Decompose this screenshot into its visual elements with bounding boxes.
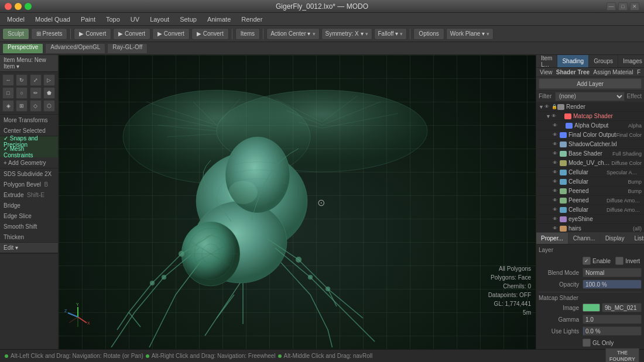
win-btn-2[interactable]: □ — [618, 2, 628, 11]
more-transforms[interactable]: More Transforms — [0, 115, 58, 125]
invert-checkbox[interactable] — [615, 257, 624, 265]
visibility-icon[interactable]: 👁 — [553, 123, 560, 128]
presets-button[interactable]: ⊞ Presets — [31, 28, 68, 40]
image-value[interactable]: 9b_MC_021 — [602, 303, 642, 312]
visibility-icon[interactable]: 👁 — [553, 198, 560, 203]
convert-btn-2[interactable]: ▶ Convert — [113, 28, 150, 40]
proper-tab[interactable]: Proper... — [536, 233, 568, 244]
sculpt-button[interactable]: Sculpt — [2, 28, 29, 40]
shading-tab[interactable]: Shading — [557, 55, 589, 67]
tool-v4[interactable]: ⬡ — [43, 100, 55, 112]
minimize-button[interactable] — [15, 3, 22, 10]
menu-item-model[interactable]: Model — [2, 15, 29, 24]
groups-tab[interactable]: Groups — [589, 55, 618, 67]
extrude[interactable]: Extrude Shift-E — [0, 189, 58, 200]
lists-tab[interactable]: Lists — [629, 233, 644, 244]
tool-scale[interactable]: ⤢ — [30, 74, 42, 86]
filter-select[interactable]: (none) — [555, 92, 625, 101]
menu-item-model-quad[interactable]: Model Quad — [30, 15, 75, 24]
images-tab[interactable]: Images — [618, 55, 644, 67]
visibility-icon[interactable]: 👁 — [553, 207, 560, 212]
tree-item-alpha[interactable]: 👁 Alpha Output Alpha — [536, 121, 644, 130]
tool-pen[interactable]: ✏ — [30, 87, 42, 99]
image-swatch[interactable] — [583, 304, 600, 312]
viewport[interactable]: All Polygons Polygons: Face Chernils: 0 … — [59, 55, 536, 349]
menu-item-topo[interactable]: Topo — [101, 15, 125, 24]
gamma-value[interactable]: 1.0 — [583, 315, 642, 324]
center-selected[interactable]: Center Selected — [0, 125, 58, 136]
enable-checkbox[interactable]: ✓ — [583, 257, 591, 265]
add-geometry[interactable]: + Add Geometry — [0, 157, 58, 168]
chann-tab[interactable]: Chann... — [568, 233, 601, 244]
navigation-gizmo[interactable]: X Y Z — [63, 302, 93, 332]
menu-item-render[interactable]: Render — [237, 15, 267, 24]
polygon-bevel[interactable]: Polygon Bevel B — [0, 179, 58, 189]
tree-item-cellular-2[interactable]: 👁 Cellular Bump — [536, 177, 644, 187]
convert-btn-3[interactable]: ▶ Convert — [152, 28, 190, 40]
edit-dropdown[interactable]: Edit ▾ — [0, 243, 58, 253]
tree-item-matcap[interactable]: ▼ 👁 Matcap Shader — [536, 112, 644, 121]
thicken[interactable]: Thicken — [0, 232, 58, 242]
visibility-icon[interactable]: 👁 — [553, 151, 560, 156]
tree-item-mode-uv[interactable]: 👁 Mode_UV_checker Diffuse Color — [536, 158, 644, 168]
advanced-opengl-tab[interactable]: Advanced/OpenGL — [45, 43, 105, 54]
visibility-icon[interactable]: 👁 — [553, 179, 560, 184]
convert-btn-1[interactable]: ▶ Convert — [74, 28, 111, 40]
action-center-dropdown[interactable]: Action Center ▾ — [266, 28, 319, 40]
close-button[interactable] — [5, 3, 12, 10]
menu-item-setup[interactable]: Setup — [175, 15, 201, 24]
tree-item-eyeshine[interactable]: 👁 eyeShine — [536, 215, 644, 224]
tool-sphere[interactable]: ○ — [16, 87, 28, 99]
items-button[interactable]: Items — [235, 28, 260, 40]
menu-item-paint[interactable]: Paint — [76, 15, 100, 24]
tool-v3[interactable]: ◇ — [30, 100, 42, 112]
tree-item-final-color[interactable]: 👁 Final Color Output Final Color — [536, 130, 644, 140]
tree-item-peened-1[interactable]: 👁 Peened Bump — [536, 187, 644, 196]
tool-box[interactable]: □ — [2, 87, 14, 99]
smooth-shift[interactable]: Smooth Shift — [0, 221, 58, 232]
win-btn-1[interactable]: — — [607, 2, 616, 11]
workplane-dropdown[interactable]: Work Plane ▾ — [446, 28, 494, 40]
win-btn-3[interactable]: ✕ — [630, 2, 639, 11]
perspective-tab[interactable]: Perspective — [2, 43, 43, 54]
tool-rotate[interactable]: ↻ — [16, 74, 28, 86]
tree-item-render[interactable]: ▼ 👁 🔒 Render — [536, 102, 644, 112]
options-button[interactable]: Options — [413, 28, 444, 40]
tree-item-hairs[interactable]: 👁 hairs (all) — [536, 224, 644, 232]
falloff-dropdown[interactable]: Falloff ▾ — [374, 28, 407, 40]
symmetry-dropdown[interactable]: Symmetry: X ▾ — [321, 28, 372, 40]
visibility-icon[interactable]: 👁 — [553, 132, 560, 137]
assign-material-btn[interactable]: Assign Material — [593, 69, 633, 75]
tree-item-peened-2[interactable]: 👁 Peened Diffuse Amount — [536, 196, 644, 205]
visibility-icon[interactable]: 👁 — [553, 170, 560, 175]
edge-slice[interactable]: Edge Slice — [0, 211, 58, 221]
visibility-icon[interactable]: 👁 — [553, 216, 560, 222]
gl-only-checkbox[interactable] — [583, 339, 591, 347]
visibility-icon[interactable]: 👁 — [553, 226, 560, 231]
display-tab[interactable]: Display — [601, 233, 630, 244]
tool-move[interactable]: ↔ — [2, 74, 14, 86]
tree-item-base-shader[interactable]: 👁 Base Shader Full Shading — [536, 149, 644, 158]
maximize-button[interactable] — [25, 3, 32, 10]
menu-item-animate[interactable]: Animate — [203, 15, 235, 24]
menu-item-layout[interactable]: Layout — [145, 15, 174, 24]
sds-subdivide[interactable]: SDS Subdivide 2X — [0, 168, 58, 179]
lock-icon[interactable]: 🔒 — [551, 104, 557, 109]
f-label[interactable]: F — [637, 69, 640, 75]
visibility-icon[interactable]: 👁 — [553, 142, 560, 147]
items-layer-tab[interactable]: Item L... — [536, 55, 557, 67]
tool-select[interactable]: ▷ — [43, 74, 55, 86]
item-menu-dropdown[interactable]: Item Menu: New Item ▾ — [0, 55, 58, 72]
visibility-icon[interactable]: 👁 — [544, 104, 551, 109]
visibility-icon[interactable]: 👁 — [553, 160, 560, 166]
tree-item-cellular-3[interactable]: 👁 Cellular Diffuse Amount — [536, 205, 644, 215]
visibility-icon[interactable]: 👁 — [551, 113, 559, 119]
opacity-value[interactable]: 100.0 % — [583, 280, 642, 289]
bridge[interactable]: Bridge — [0, 200, 58, 211]
tree-item-cellular-1[interactable]: 👁 Cellular Specular Amount — [536, 168, 644, 177]
blend-mode-value[interactable]: Normal — [583, 268, 642, 277]
tree-item-shadowcatcher[interactable]: 👁 ShadowCatcher.lxl — [536, 140, 644, 149]
convert-btn-4[interactable]: ▶ Convert — [191, 28, 229, 40]
use-lights-value[interactable]: 0.0 % — [583, 326, 642, 336]
tool-v1[interactable]: ◈ — [2, 100, 14, 112]
